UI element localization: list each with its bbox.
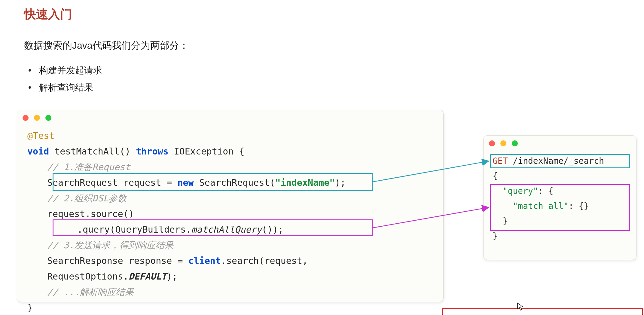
close-icon [489, 140, 495, 146]
minimize-icon [500, 140, 506, 146]
minimize-icon [34, 115, 40, 121]
kw-void: void [27, 146, 49, 157]
window-traffic-lights-2 [489, 140, 518, 146]
dsl-code: GET /indexName/_search { "query": { "mat… [484, 154, 636, 244]
sig-rest: IOException { [169, 146, 245, 157]
dsl-inner-close: } [484, 214, 636, 229]
comment-3: // 3.发送请求，得到响应结果 [17, 237, 443, 253]
dsl-get-line: GET /indexName/_search [484, 154, 636, 169]
window-traffic-lights [23, 115, 51, 121]
line-query: .query(QueryBuilders.matchAllQuery()); [17, 222, 443, 237]
dsl-query: "query": { [484, 184, 636, 199]
fn-signature: void testMatchAll() throws IOException { [17, 144, 443, 159]
bullet-1: 构建并发起请求 [24, 62, 102, 79]
dsl-brace-open: { [484, 169, 636, 184]
close-icon [23, 115, 29, 121]
annotation-test: @Test [17, 128, 443, 144]
page-title: 快速入门 [24, 6, 72, 23]
bullet-2: 解析查询结果 [24, 79, 102, 96]
bullet-list: 构建并发起请求 解析查询结果 [24, 62, 102, 96]
maximize-icon [45, 115, 51, 121]
line-source: request.source() [17, 206, 443, 222]
comment-4: // ...解析响应结果 [17, 284, 443, 300]
maximize-icon [512, 140, 518, 146]
mouse-cursor-icon [517, 302, 524, 312]
comment-1: // 1.准备Request [17, 159, 443, 175]
line-searchrequest: SearchRequest request = new SearchReques… [17, 175, 443, 191]
dsl-brace-close: } [484, 229, 636, 244]
comment-2: // 2.组织DSL参数 [17, 191, 443, 206]
red-highlight-box [442, 308, 643, 315]
kw-throws: throws [136, 146, 168, 157]
java-code: @Test void testMatchAll() throws IOExcep… [17, 128, 443, 315]
dsl-matchall: "match_all": {} [484, 199, 636, 214]
code-window-java: @Test void testMatchAll() throws IOExcep… [17, 110, 444, 302]
line-response: SearchResponse response = client.search(… [17, 253, 443, 284]
fn-name: testMatchAll() [49, 146, 136, 157]
intro-text: 数据搜索的Java代码我们分为两部分： [24, 39, 189, 52]
code-window-dsl: GET /indexName/_search { "query": { "mat… [483, 135, 636, 260]
fn-close: } [17, 300, 443, 315]
